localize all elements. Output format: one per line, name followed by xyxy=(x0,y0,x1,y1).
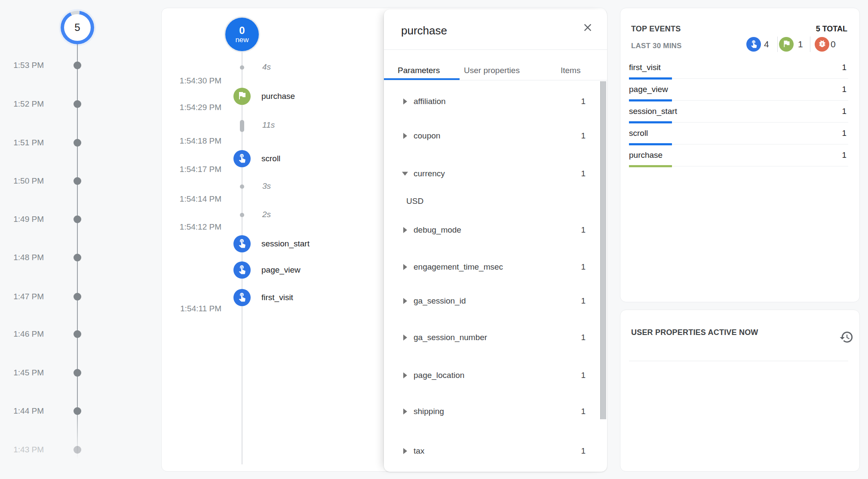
expand-arrow-icon[interactable] xyxy=(403,98,407,104)
parameter-count: 1 xyxy=(581,225,586,235)
minute-dot[interactable] xyxy=(74,61,81,69)
top-events-window: LAST 30 MINS xyxy=(631,42,682,50)
parameter-count: 1 xyxy=(581,407,586,416)
minute-dot[interactable] xyxy=(74,139,81,147)
expand-arrow-icon[interactable] xyxy=(403,335,407,341)
counter-divider xyxy=(777,37,778,52)
parameter-name: coupon xyxy=(414,131,440,141)
parameter-count: 1 xyxy=(581,131,586,141)
minute-dot[interactable] xyxy=(74,177,81,185)
parameter-row[interactable]: page_location 1 xyxy=(384,366,594,385)
event-chip[interactable] xyxy=(233,235,251,252)
parameter-row[interactable]: affiliation 1 xyxy=(384,92,594,111)
parameter-row[interactable]: coupon 1 xyxy=(384,126,594,145)
minutes-counter-ring[interactable]: 5 xyxy=(61,11,94,44)
parameter-row[interactable]: ga_session_number 1 xyxy=(384,328,594,347)
minute-dot[interactable] xyxy=(74,293,81,301)
tap-icon xyxy=(237,264,247,276)
minute-label: 1:43 PM xyxy=(0,445,44,454)
expand-arrow-icon[interactable] xyxy=(403,227,407,233)
parameter-value: USD xyxy=(406,197,423,206)
gap-marker xyxy=(240,120,244,132)
event-chip[interactable] xyxy=(233,150,251,167)
event-stream-line xyxy=(242,51,242,464)
tap-icon xyxy=(749,39,758,50)
flag-icon xyxy=(782,39,791,50)
parameter-row[interactable]: tax 1 xyxy=(384,442,594,461)
stream-event-name[interactable]: purchase xyxy=(261,92,295,101)
tab-label: Items xyxy=(561,66,580,75)
gap-marker xyxy=(240,65,244,70)
expand-arrow-icon[interactable] xyxy=(403,133,407,139)
parameter-row[interactable]: debug_mode 1 xyxy=(384,221,594,240)
event-type-bar xyxy=(629,165,672,167)
conversion-event-chip[interactable] xyxy=(233,88,251,105)
user-properties-panel: USER PROPERTIES ACTIVE NOW xyxy=(620,310,860,472)
parameter-count: 1 xyxy=(581,371,586,380)
gap-duration: 2s xyxy=(262,210,271,219)
expand-arrow-icon[interactable] xyxy=(403,372,407,378)
tab-items[interactable]: Items xyxy=(561,61,580,80)
top-events-title: TOP EVENTS xyxy=(631,25,681,34)
parameter-row[interactable]: ga_session_id 1 xyxy=(384,292,594,310)
minutes-counter-value: 5 xyxy=(64,14,91,41)
parameter-name: tax xyxy=(414,446,424,456)
top-event-row[interactable]: page_view 1 xyxy=(629,79,848,101)
minute-label: 1:53 PM xyxy=(0,61,44,70)
minute-dot[interactable] xyxy=(74,100,81,108)
collapse-arrow-icon[interactable] xyxy=(402,172,408,176)
error-events-count: 0 xyxy=(831,39,836,49)
event-chip[interactable] xyxy=(233,261,251,279)
minute-dot[interactable] xyxy=(74,407,81,415)
conversion-events-counter-chip xyxy=(779,37,794,52)
expand-arrow-icon[interactable] xyxy=(403,264,407,270)
top-event-name: purchase xyxy=(629,150,663,160)
parameter-row-expanded[interactable]: currency 1 xyxy=(384,164,594,183)
top-event-name: page_view xyxy=(629,85,668,94)
new-events-badge[interactable]: 0 new xyxy=(225,18,259,51)
conversion-events-count: 1 xyxy=(798,39,803,49)
minute-dot[interactable] xyxy=(74,215,81,223)
expand-arrow-icon[interactable] xyxy=(403,408,407,415)
minute-dot[interactable] xyxy=(74,369,81,377)
minute-dot[interactable] xyxy=(74,330,81,338)
stream-event-name[interactable]: first_visit xyxy=(261,293,293,302)
user-properties-title: USER PROPERTIES ACTIVE NOW xyxy=(631,328,758,337)
stream-event-name[interactable]: page_view xyxy=(261,265,301,275)
top-event-row[interactable]: first_visit 1 xyxy=(629,57,848,79)
top-events-total: 5 TOTAL xyxy=(816,25,847,34)
expand-arrow-icon[interactable] xyxy=(403,298,407,304)
stream-event-name[interactable]: session_start xyxy=(261,239,310,249)
parameter-name: ga_session_number xyxy=(414,333,487,342)
debugview-page: 5 1:53 PM 1:52 PM 1:51 PM 1:50 PM 1:49 P… xyxy=(0,0,868,479)
parameter-count: 1 xyxy=(581,97,586,106)
tab-parameters[interactable]: Parameters xyxy=(398,61,440,80)
parameter-row[interactable]: shipping 1 xyxy=(384,402,594,421)
scrollbar-thumb[interactable] xyxy=(600,81,606,419)
top-event-row[interactable]: session_start 1 xyxy=(629,101,848,123)
top-event-count: 1 xyxy=(842,63,847,72)
event-timestamp: 1:54:11 PM xyxy=(163,304,221,313)
close-icon[interactable] xyxy=(582,21,594,34)
expand-arrow-icon[interactable] xyxy=(403,448,407,454)
history-icon[interactable] xyxy=(839,330,854,344)
minute-dot[interactable] xyxy=(74,254,81,261)
top-event-row[interactable]: scroll 1 xyxy=(629,123,848,144)
minute-dot[interactable] xyxy=(74,446,81,454)
minute-label: 1:49 PM xyxy=(0,215,44,224)
tap-icon xyxy=(237,153,247,165)
tab-user-properties[interactable]: User properties xyxy=(464,61,520,80)
event-timestamp: 1:54:17 PM xyxy=(163,165,221,174)
event-chip[interactable] xyxy=(233,289,251,306)
stream-event-name[interactable]: scroll xyxy=(261,154,280,163)
tabbar-divider xyxy=(384,80,607,80)
event-detail-panel: purchase Parameters User properties Item… xyxy=(384,9,607,472)
top-event-row[interactable]: purchase 1 xyxy=(629,144,848,166)
parameter-row[interactable]: engagement_time_msec 1 xyxy=(384,258,594,276)
top-event-name: session_start xyxy=(629,107,677,116)
top-event-name: first_visit xyxy=(629,63,661,72)
minute-label: 1:50 PM xyxy=(0,176,44,186)
event-timestamp: 1:54:14 PM xyxy=(163,194,221,204)
top-event-count: 1 xyxy=(842,150,847,160)
tab-label: Parameters xyxy=(398,66,440,75)
